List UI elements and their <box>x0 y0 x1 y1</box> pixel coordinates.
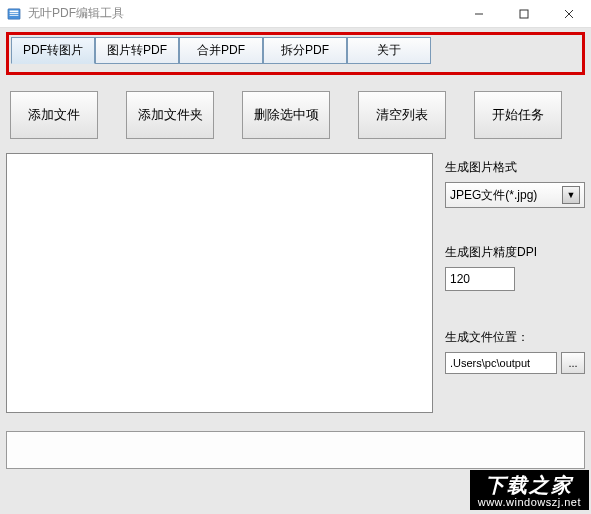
watermark-text: 下载之家 <box>478 474 581 496</box>
remove-selected-button[interactable]: 删除选中项 <box>242 91 330 139</box>
clear-list-button[interactable]: 清空列表 <box>358 91 446 139</box>
window-title: 无叶PDF编辑工具 <box>28 5 456 22</box>
file-list[interactable] <box>6 153 433 413</box>
tabs-highlight-frame: PDF转图片 图片转PDF 合并PDF 拆分PDF 关于 <box>6 32 585 75</box>
output-path-row: ... <box>445 352 585 374</box>
dpi-input[interactable] <box>445 267 515 291</box>
watermark: 下载之家 www.windowszj.net <box>470 470 589 510</box>
watermark-url: www.windowszj.net <box>478 496 581 508</box>
minimize-button[interactable] <box>456 0 501 28</box>
app-icon <box>6 6 22 22</box>
format-select[interactable]: JPEG文件(*.jpg) ▼ <box>445 182 585 208</box>
side-panel: 生成图片格式 JPEG文件(*.jpg) ▼ 生成图片精度DPI 生成文件位置：… <box>445 153 585 413</box>
chevron-down-icon: ▼ <box>562 186 580 204</box>
close-button[interactable] <box>546 0 591 28</box>
tab-pdf-to-image[interactable]: PDF转图片 <box>11 37 95 64</box>
tab-merge-pdf[interactable]: 合并PDF <box>179 37 263 64</box>
svg-rect-2 <box>10 13 19 14</box>
svg-rect-1 <box>10 10 19 12</box>
tab-bar: PDF转图片 图片转PDF 合并PDF 拆分PDF 关于 <box>11 37 580 64</box>
maximize-button[interactable] <box>501 0 546 28</box>
dpi-label: 生成图片精度DPI <box>445 244 585 261</box>
svg-rect-3 <box>10 14 19 15</box>
tab-about[interactable]: 关于 <box>347 37 431 64</box>
browse-button[interactable]: ... <box>561 352 585 374</box>
add-file-button[interactable]: 添加文件 <box>10 91 98 139</box>
start-task-button[interactable]: 开始任务 <box>474 91 562 139</box>
output-path-input[interactable] <box>445 352 557 374</box>
window-body: PDF转图片 图片转PDF 合并PDF 拆分PDF 关于 添加文件 添加文件夹 … <box>0 28 591 514</box>
output-path-label: 生成文件位置： <box>445 329 585 346</box>
tab-image-to-pdf[interactable]: 图片转PDF <box>95 37 179 64</box>
svg-rect-5 <box>520 10 528 18</box>
format-select-value: JPEG文件(*.jpg) <box>450 187 562 204</box>
main-area: 生成图片格式 JPEG文件(*.jpg) ▼ 生成图片精度DPI 生成文件位置：… <box>6 153 585 413</box>
titlebar: 无叶PDF编辑工具 <box>0 0 591 28</box>
tab-split-pdf[interactable]: 拆分PDF <box>263 37 347 64</box>
add-folder-button[interactable]: 添加文件夹 <box>126 91 214 139</box>
toolbar: 添加文件 添加文件夹 删除选中项 清空列表 开始任务 <box>6 81 585 153</box>
window-controls <box>456 0 591 27</box>
format-label: 生成图片格式 <box>445 159 585 176</box>
status-box <box>6 431 585 469</box>
